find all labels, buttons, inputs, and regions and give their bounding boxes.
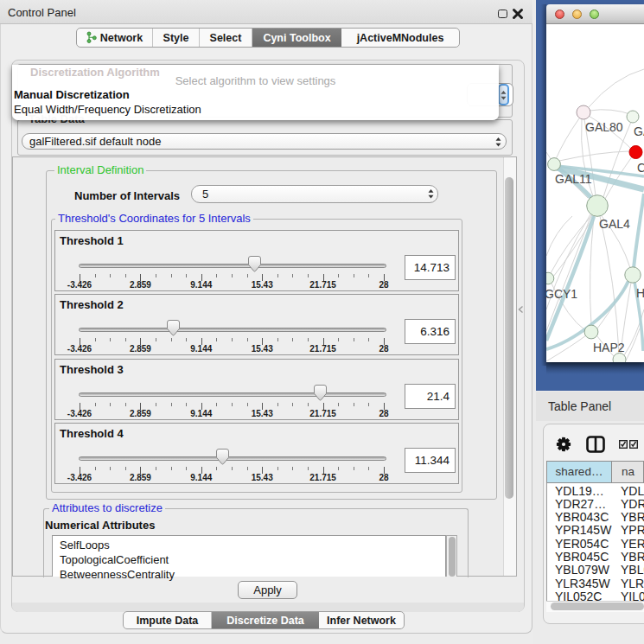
svg-text:GAL4: GAL4	[599, 217, 630, 231]
svg-text:C: C	[637, 161, 644, 175]
svg-text:GAL11: GAL11	[555, 172, 592, 186]
svg-text:HAP2: HAP2	[593, 341, 625, 354]
svg-text:GCY1: GCY1	[546, 287, 577, 301]
svg-text:H: H	[636, 286, 644, 300]
svg-text:GA: GA	[634, 124, 644, 138]
svg-text:GAL80: GAL80	[585, 120, 623, 134]
